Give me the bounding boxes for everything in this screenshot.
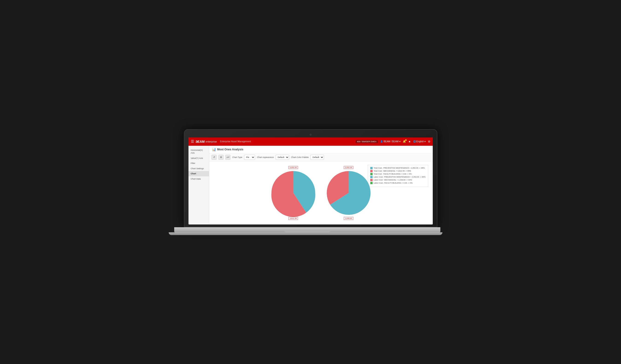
sidebar-item-chart[interactable]: Chart [189, 171, 209, 176]
sidebar-item-filter[interactable]: Filter [189, 161, 209, 166]
screen-bezel: ☰ bEAM enterprise Enterprise Asset Manag… [184, 129, 437, 227]
chart-area: Total Cost : PREVENTIVE MAINTENANCE = 2,… [209, 161, 433, 224]
sidebar: Horizontal(X) Axis Value(Y) Axis Filter … [189, 146, 209, 224]
laptop-base [174, 227, 440, 232]
legend-label-4: Labor Cost : PREVENTIVE MAINTENANCE = 2,… [374, 176, 426, 178]
legend-item-3: Total Cost : FACILITY/BUILDING = 0.00 ->… [370, 173, 426, 175]
chart-appearance-select[interactable]: Default [276, 155, 289, 160]
laptop-container: ☰ bEAM enterprise Enterprise Asset Manag… [184, 129, 437, 235]
app-body: Horizontal(X) Axis Value(Y) Axis Filter … [189, 146, 433, 224]
sidebar-item-chart-data[interactable]: Chart Data [189, 176, 209, 182]
camera [310, 134, 311, 136]
chart-appearance-label: Chart Appearance [257, 156, 274, 158]
header-right: 400 / BIMSER EMEA 👤 BEAM / BEAM ▾ 🔔3 ★ 🌐… [356, 140, 431, 143]
sidebar-item-value-axis[interactable]: Value(Y) Axis [189, 156, 209, 161]
settings-icon[interactable]: ⚙ [428, 140, 431, 143]
grid-button[interactable]: ⊞ [218, 155, 224, 160]
chart-type-select[interactable]: Pie Bar Line [244, 155, 255, 160]
refresh-button[interactable]: ↺ [211, 155, 217, 160]
pie1-label-bottom: 3,812.59 [289, 217, 298, 220]
header-subtitle: Enterprise Asset Management [220, 140, 251, 143]
hamburger-icon[interactable]: ☰ [191, 139, 194, 144]
toolbar: ↺ ⊞ .pdf Chart Type Pie Bar Line Chart A… [209, 153, 433, 161]
sidebar-item-horizontal-axis[interactable]: Horizontal(X) Axis [189, 148, 209, 156]
legend-label-5: Labor Cost : MECHANICAL = 1,048.83 -> 34… [374, 179, 412, 181]
user-icon: 👤 [380, 140, 383, 143]
globe-icon: 🌐 [413, 140, 416, 143]
legend-label-1: Total Cost : PREVENTIVE MAINTENANCE = 2,… [374, 167, 425, 169]
legend-item-6: Labor Cost : FACILITY/BUILDING = 0.00 ->… [370, 182, 426, 184]
legend-label-6: Labor Cost : FACILITY/BUILDING = 0.00 ->… [374, 182, 413, 184]
legend-label-2: Total Cost : MECHANICAL = 3,812.59 -> 65… [374, 170, 411, 172]
header-left: ☰ bEAM enterprise Enterprise Asset Manag… [191, 139, 251, 144]
page-title: Most Ones Analysis [217, 148, 243, 151]
chart-legend: Total Cost : PREVENTIVE MAINTENANCE = 2,… [368, 165, 428, 187]
pie-chart-2-wrapper: 2,052.00 [326, 166, 372, 220]
app-header: ☰ bEAM enterprise Enterprise Asset Manag… [189, 137, 433, 146]
page-title-bar: 📊 Most Ones Analysis [209, 146, 433, 153]
chart-color-label: Chart Color Palette [291, 156, 309, 158]
legend-item-4: Labor Cost : PREVENTIVE MAINTENANCE = 2,… [370, 176, 426, 178]
export-button[interactable]: .pdf [225, 155, 230, 160]
pie1-label-top: 5,052.00 [289, 166, 298, 169]
language-selector[interactable]: 🌐 English ▾ [413, 140, 426, 143]
header-user[interactable]: 👤 BEAM / BEAM ▾ [380, 140, 400, 143]
sidebar-item-chart-settings[interactable]: Chart Settings [189, 166, 209, 171]
header-badge: 400 / BIMSER EMEA [356, 140, 378, 143]
laptop-bottom [169, 232, 442, 235]
legend-label-3: Total Cost : FACILITY/BUILDING = 0.00 ->… [374, 173, 412, 175]
brand-enterprise: enterprise [206, 140, 217, 143]
brand-name: bEAM [196, 140, 205, 143]
screen: ☰ bEAM enterprise Enterprise Asset Manag… [189, 137, 433, 224]
pie2-label-bottom: 1,048.83 [344, 217, 353, 220]
legend-item-5: Labor Cost : MECHANICAL = 1,048.83 -> 34… [370, 179, 426, 181]
chart-color-select[interactable]: Default [310, 155, 324, 160]
legend-item-1: Total Cost : PREVENTIVE MAINTENANCE = 2,… [370, 167, 426, 169]
pie-chart-1-wrapper: 5,052.00 [270, 166, 316, 220]
star-icon[interactable]: ★ [408, 140, 411, 143]
notification-icon[interactable]: 🔔3 [403, 140, 406, 143]
pie2-label-top: 2,052.00 [344, 166, 353, 169]
pie-chart-2 [326, 170, 372, 216]
legend-item-2: Total Cost : MECHANICAL = 3,812.59 -> 65… [370, 170, 426, 172]
brand-logo: bEAM enterprise [196, 140, 217, 143]
main-content: 📊 Most Ones Analysis ↺ ⊞ .pdf Chart Type… [209, 146, 433, 224]
pie-chart-1 [270, 170, 316, 216]
chart-type-label: Chart Type [232, 156, 242, 158]
page-title-icon: 📊 [212, 148, 216, 151]
